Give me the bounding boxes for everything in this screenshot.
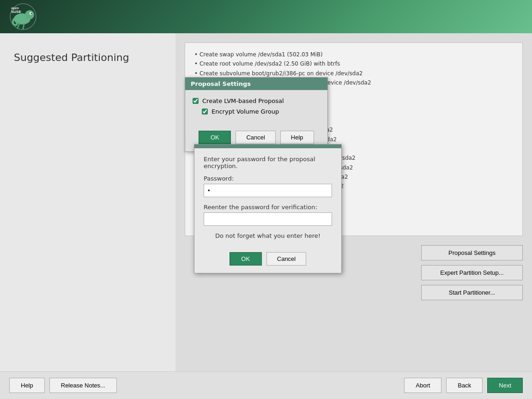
reenter-password-input[interactable] — [204, 212, 332, 226]
encrypt-vg-checkbox[interactable] — [202, 109, 208, 115]
svg-point-2 — [25, 10, 34, 19]
password-dialog-titlebar — [194, 145, 341, 148]
opensuse-logo: open SUSE — [9, 3, 37, 30]
release-notes-button[interactable]: Release Notes... — [49, 378, 117, 393]
sidebar: Suggested Partitioning — [0, 33, 175, 371]
header: open SUSE — [0, 0, 532, 33]
password-dialog-footer: OK Cancel — [194, 252, 341, 273]
back-button[interactable]: Back — [446, 378, 483, 393]
proposal-dialog-title: Proposal Settings — [191, 80, 251, 87]
proposal-dialog-body: Create LVM-based Proposal Encrypt Volume… — [185, 90, 327, 126]
reenter-label: Reenter the password for verification: — [204, 204, 332, 211]
svg-text:SUSE: SUSE — [11, 10, 21, 14]
forget-note: Do not forget what you enter here! — [204, 232, 332, 239]
logo-area: open SUSE — [9, 3, 37, 30]
help-button[interactable]: Help — [9, 378, 45, 393]
create-lvm-label: Create LVM-based Proposal — [202, 97, 284, 104]
proposal-help-button[interactable]: Help — [280, 131, 314, 144]
next-button[interactable]: Next — [487, 378, 523, 393]
password-label: Password: — [204, 175, 332, 182]
create-lvm-row: Create LVM-based Proposal — [193, 97, 320, 104]
svg-line-6 — [23, 24, 24, 29]
svg-point-4 — [31, 13, 32, 14]
password-dialog-body: Enter your password for the proposal enc… — [194, 148, 341, 252]
proposal-ok-button[interactable]: OK — [199, 131, 231, 144]
proposal-cancel-button[interactable]: Cancel — [236, 131, 275, 144]
proposal-dialog-titlebar: Proposal Settings — [185, 78, 327, 90]
footer-right: Abort Back Next — [404, 378, 523, 393]
encrypt-vg-row: Encrypt Volume Group — [202, 108, 320, 115]
main-content: Suggested Partitioning • Create swap vol… — [0, 33, 532, 371]
abort-button[interactable]: Abort — [404, 378, 441, 393]
password-cancel-button[interactable]: Cancel — [266, 252, 306, 266]
encrypt-vg-label: Encrypt Volume Group — [212, 108, 279, 115]
footer-left: Help Release Notes... — [9, 378, 117, 393]
password-ok-button[interactable]: OK — [230, 252, 262, 266]
proposal-settings-dialog: Proposal Settings Create LVM-based Propo… — [185, 77, 328, 152]
password-description: Enter your password for the proposal enc… — [204, 156, 332, 169]
svg-line-5 — [18, 24, 19, 28]
footer: Help Release Notes... Abort Back Next — [0, 371, 532, 399]
create-lvm-checkbox[interactable] — [193, 98, 199, 104]
page-title: Suggested Partitioning — [14, 52, 162, 63]
password-dialog: Enter your password for the proposal enc… — [194, 144, 342, 273]
password-input[interactable] — [204, 184, 332, 197]
content-area: • Create swap volume /dev/sda1 (502.03 M… — [175, 33, 532, 371]
